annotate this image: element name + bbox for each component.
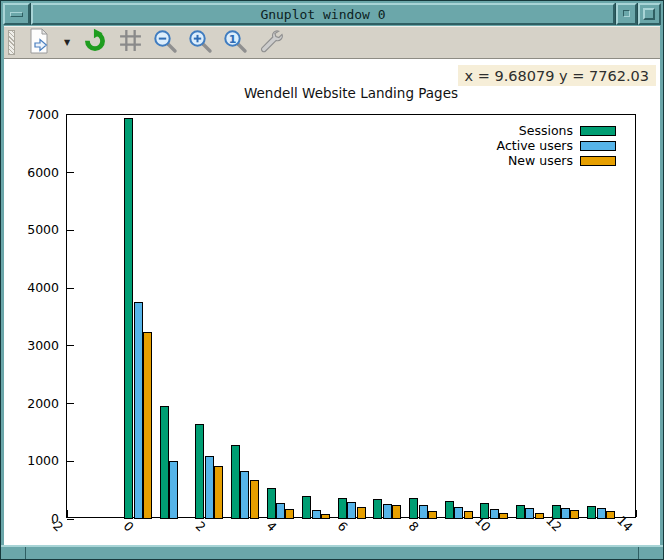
y-tick — [67, 403, 74, 404]
resize-corner-right — [638, 547, 639, 559]
y-tick-label: 5000 — [15, 222, 59, 238]
bar-active-users-x2 — [205, 456, 214, 519]
export-menu-caret[interactable]: ▼ — [61, 29, 73, 56]
x-tick-label: 6 — [335, 518, 351, 534]
y-tick — [67, 345, 74, 346]
y-tick-label: 4000 — [15, 280, 59, 296]
x-tick-label: 0 — [121, 518, 137, 534]
y-tick-label: 3000 — [15, 338, 59, 354]
gnuplot-window: Gnuplot window 0 ▼ — [0, 0, 664, 560]
window-frame-left — [1, 59, 4, 547]
refresh-icon — [82, 28, 108, 58]
bar-sessions-x4 — [267, 488, 276, 519]
plot-area[interactable]: 01000200030004000500060007000-2024681012… — [66, 114, 636, 518]
legend-swatch — [580, 156, 616, 166]
y-tick — [67, 114, 74, 115]
x-tick-label: 8 — [406, 518, 422, 534]
bar-new-users-x4 — [285, 509, 294, 519]
x-tick — [636, 510, 637, 517]
window-frame-bottom[interactable] — [1, 545, 663, 559]
y-tick — [67, 288, 74, 289]
bar-active-users-x1 — [169, 461, 178, 519]
bar-active-users-x7 — [383, 504, 392, 519]
bar-sessions-x8 — [409, 498, 418, 519]
title-bar[interactable]: Gnuplot window 0 — [3, 3, 661, 25]
y-tick-label: 7000 — [15, 107, 59, 123]
y-tick — [67, 230, 74, 231]
zoom-out-icon — [152, 28, 178, 58]
toolbar: ▼ — [4, 26, 660, 59]
bar-new-users-x9 — [464, 511, 473, 519]
bar-sessions-x11 — [516, 505, 525, 519]
bar-sessions-x5 — [302, 496, 311, 519]
bar-active-users-x0 — [134, 302, 143, 519]
legend-label: Sessions — [519, 125, 573, 137]
export-button[interactable] — [26, 29, 52, 56]
zoom-reset-button[interactable]: 1 — [222, 29, 248, 56]
y-tick-label: 6000 — [15, 165, 59, 181]
wrench-icon — [257, 28, 283, 58]
bar-active-users-x5 — [312, 510, 321, 519]
maximize-button[interactable] — [638, 3, 661, 25]
legend-swatch — [580, 141, 616, 151]
bar-new-users-x0 — [143, 332, 152, 519]
x-tick — [67, 510, 68, 517]
bar-new-users-x8 — [428, 511, 437, 519]
toolbar-gripper[interactable] — [8, 30, 15, 55]
bar-active-users-x10 — [490, 509, 499, 519]
bar-active-users-x4 — [276, 503, 285, 519]
minimize-button[interactable] — [616, 3, 637, 25]
bar-new-users-x3 — [250, 480, 259, 519]
bar-active-users-x8 — [419, 505, 428, 519]
minimize-icon — [623, 10, 630, 17]
bar-new-users-x7 — [392, 505, 401, 519]
bar-new-users-x11 — [535, 513, 544, 519]
bar-new-users-x13 — [606, 511, 615, 519]
bar-active-users-x6 — [347, 502, 356, 519]
settings-button[interactable] — [257, 29, 283, 56]
bar-sessions-x13 — [587, 506, 596, 519]
bar-new-users-x10 — [499, 513, 508, 519]
y-tick — [67, 172, 74, 173]
grid-button[interactable] — [117, 29, 143, 56]
zoom-in-icon — [187, 28, 213, 58]
window-menu-button[interactable] — [3, 3, 30, 25]
legend-row: Active users — [497, 140, 616, 152]
bar-active-users-x3 — [240, 471, 249, 519]
resize-corner-left — [25, 547, 26, 559]
legend: SessionsActive usersNew users — [497, 125, 616, 167]
bar-new-users-x6 — [357, 507, 366, 519]
bar-new-users-x5 — [321, 514, 330, 519]
window-frame-right — [660, 59, 663, 547]
bar-active-users-x12 — [561, 508, 570, 519]
bar-sessions-x9 — [445, 501, 454, 519]
caret-down-icon: ▼ — [64, 38, 70, 47]
y-tick-label: 2000 — [15, 396, 59, 412]
plot-canvas[interactable]: x = 9.68079 y = 7762.03 Wendell Website … — [4, 59, 660, 546]
zoom-reset-icon: 1 — [222, 28, 248, 58]
bar-sessions-x12 — [552, 505, 561, 519]
legend-label: Active users — [497, 140, 573, 152]
legend-row: Sessions — [497, 125, 616, 137]
bar-active-users-x13 — [597, 508, 606, 519]
legend-label: New users — [508, 155, 573, 167]
grid-icon — [118, 28, 143, 57]
x-tick-label: 14 — [614, 513, 636, 535]
y-tick — [67, 519, 74, 520]
zoom-out-button[interactable] — [152, 29, 178, 56]
bar-sessions-x6 — [338, 498, 347, 519]
bar-sessions-x10 — [480, 503, 489, 519]
window-menu-icon — [10, 12, 23, 17]
x-tick-label: 4 — [264, 518, 280, 534]
chart-title: Wendell Website Landing Pages — [66, 85, 636, 101]
y-tick — [67, 461, 74, 462]
bar-sessions-x1 — [160, 406, 169, 519]
zoom-in-button[interactable] — [187, 29, 213, 56]
maximize-icon — [643, 8, 655, 20]
bar-new-users-x2 — [214, 466, 223, 519]
bar-sessions-x3 — [231, 445, 240, 519]
bar-sessions-x7 — [373, 499, 382, 519]
refresh-button[interactable] — [82, 29, 108, 56]
window-title[interactable]: Gnuplot window 0 — [31, 3, 615, 25]
export-icon — [27, 28, 51, 58]
